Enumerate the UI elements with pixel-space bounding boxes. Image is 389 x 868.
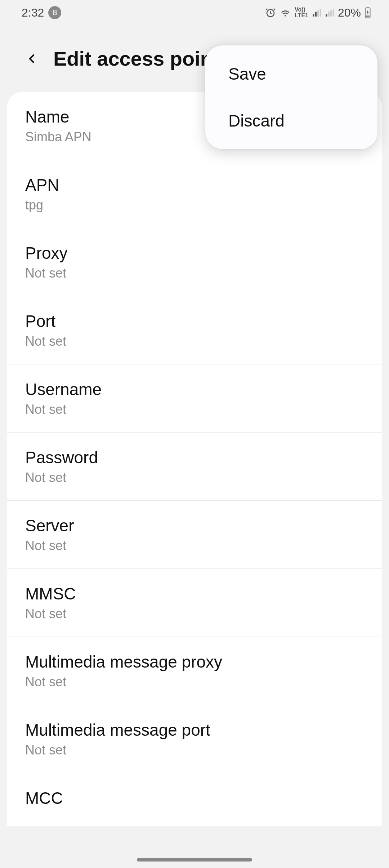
status-bar: 2:32 8 Vo))LTE1 20% (0, 0, 389, 25)
nav-handle[interactable] (137, 858, 252, 862)
setting-value: Not set (25, 266, 364, 281)
volte-icon: Vo))LTE1 (295, 7, 308, 18)
status-left: 2:32 8 (22, 6, 61, 19)
setting-value: Not set (25, 743, 364, 758)
setting-label: Multimedia message port (25, 720, 364, 740)
battery-icon (365, 7, 371, 18)
setting-label: Username (25, 380, 364, 399)
setting-mcc[interactable]: MCC (7, 773, 382, 826)
status-right: Vo))LTE1 20% (265, 6, 371, 19)
setting-value: Not set (25, 606, 364, 621)
setting-label: Proxy (25, 243, 364, 263)
setting-proxy[interactable]: Proxy Not set (7, 228, 382, 296)
setting-apn[interactable]: APN tpg (7, 160, 382, 228)
setting-value: Not set (25, 402, 364, 417)
back-button[interactable] (24, 52, 39, 66)
clock-time: 2:32 (22, 6, 44, 19)
setting-label: Multimedia message proxy (25, 652, 364, 672)
setting-label: APN (25, 175, 364, 195)
battery-percent: 20% (338, 6, 361, 19)
overflow-menu: Save Discard (205, 45, 377, 149)
setting-port[interactable]: Port Not set (7, 296, 382, 364)
svg-rect-3 (366, 15, 369, 17)
save-menu-item[interactable]: Save (205, 50, 377, 97)
setting-username[interactable]: Username Not set (7, 364, 382, 433)
setting-label: Password (25, 448, 364, 467)
chevron-left-icon (24, 52, 39, 66)
discard-menu-item[interactable]: Discard (205, 97, 377, 144)
setting-label: Server (25, 516, 364, 535)
setting-value: Not set (25, 674, 364, 690)
alarm-icon (265, 7, 276, 18)
notification-count-badge: 8 (48, 6, 61, 19)
setting-value: Not set (25, 334, 364, 349)
setting-server[interactable]: Server Not set (7, 501, 382, 569)
setting-value: Not set (25, 470, 364, 485)
setting-mmsc[interactable]: MMSC Not set (7, 569, 382, 637)
wifi-icon (280, 7, 291, 18)
signal-icon-2 (325, 8, 334, 17)
svg-rect-2 (367, 7, 368, 8)
setting-value: Not set (25, 538, 364, 553)
settings-list: Name Simba APN APN tpg Proxy Not set Por… (7, 92, 382, 826)
setting-mms-proxy[interactable]: Multimedia message proxy Not set (7, 637, 382, 705)
page-title: Edit access point (53, 47, 219, 70)
setting-label: Port (25, 311, 364, 331)
setting-label: MCC (25, 788, 364, 808)
setting-label: MMSC (25, 584, 364, 603)
signal-icon-1 (312, 8, 321, 17)
setting-mms-port[interactable]: Multimedia message port Not set (7, 705, 382, 773)
setting-password[interactable]: Password Not set (7, 433, 382, 501)
setting-value: tpg (25, 198, 364, 213)
